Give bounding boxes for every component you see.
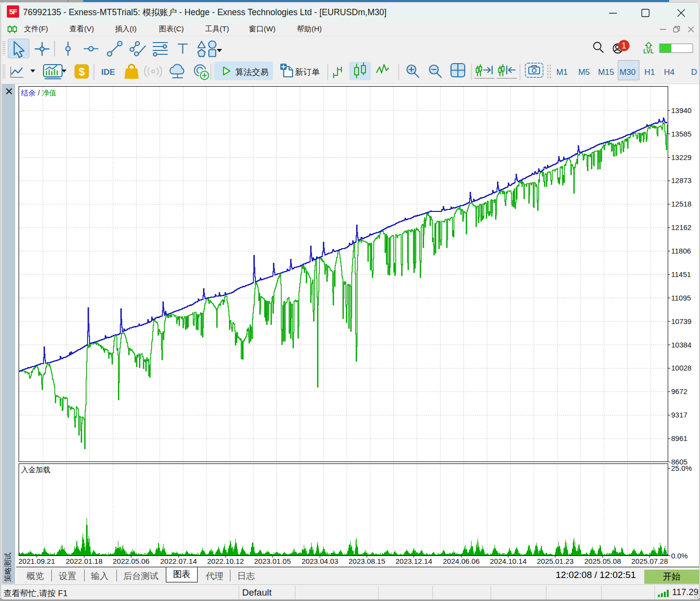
svg-text:10028: 10028: [671, 364, 692, 372]
svg-text:M15: M15: [598, 68, 614, 77]
svg-text:13229: 13229: [671, 153, 692, 162]
svg-text:12162: 12162: [671, 223, 692, 231]
svg-text:0.0%: 0.0%: [671, 552, 688, 560]
svg-text:H4: H4: [664, 68, 675, 77]
svg-text:M5: M5: [578, 68, 590, 77]
svg-text:2025.01.23: 2025.01.23: [537, 557, 573, 565]
svg-text:2023.08.15: 2023.08.15: [348, 557, 385, 565]
svg-text:D: D: [691, 68, 697, 77]
svg-text:M1: M1: [556, 68, 568, 77]
svg-text:入金加载: 入金加载: [21, 465, 50, 474]
svg-text:10739: 10739: [671, 317, 692, 325]
svg-text:8961: 8961: [671, 434, 687, 442]
svg-text:新订单: 新订单: [295, 68, 320, 77]
svg-text:25.0%: 25.0%: [671, 464, 692, 472]
svg-text:12873: 12873: [671, 176, 692, 185]
svg-text:2023.01.05: 2023.01.05: [254, 557, 291, 565]
svg-text:10384: 10384: [671, 341, 692, 349]
svg-text:11095: 11095: [671, 294, 691, 302]
svg-text:11451: 11451: [671, 270, 691, 278]
svg-text:IDE: IDE: [101, 68, 115, 77]
svg-text:H1: H1: [644, 68, 655, 77]
svg-text:M30: M30: [619, 68, 635, 77]
svg-text:2022.05.06: 2022.05.06: [113, 557, 149, 565]
svg-text:2022.01.18: 2022.01.18: [66, 557, 102, 565]
svg-text:12518: 12518: [671, 200, 692, 208]
svg-text:2022.10.12: 2022.10.12: [207, 557, 244, 565]
svg-text:2022.07.14: 2022.07.14: [160, 557, 197, 565]
svg-text:9317: 9317: [671, 411, 687, 419]
svg-text:结余 / 净值: 结余 / 净值: [21, 89, 57, 97]
svg-text:LVL: LVL: [643, 48, 654, 55]
svg-text:算法交易: 算法交易: [235, 68, 269, 77]
svg-text:1: 1: [622, 42, 626, 50]
svg-text:2024.06.06: 2024.06.06: [443, 557, 479, 565]
svg-text:13585: 13585: [671, 130, 692, 138]
svg-text:2024.10.14: 2024.10.14: [490, 557, 526, 565]
svg-text:9672: 9672: [671, 387, 687, 395]
svg-text:2023.12.14: 2023.12.14: [395, 557, 432, 565]
svg-text:11806: 11806: [671, 247, 691, 255]
svg-text:2025.05.08: 2025.05.08: [584, 557, 621, 565]
svg-text:2021.09.21: 2021.09.21: [18, 557, 55, 565]
svg-text:13940: 13940: [671, 106, 692, 115]
svg-text:2023.04.03: 2023.04.03: [301, 557, 338, 565]
svg-text:2025.07.28: 2025.07.28: [631, 557, 668, 565]
svg-text:$: $: [79, 66, 85, 78]
